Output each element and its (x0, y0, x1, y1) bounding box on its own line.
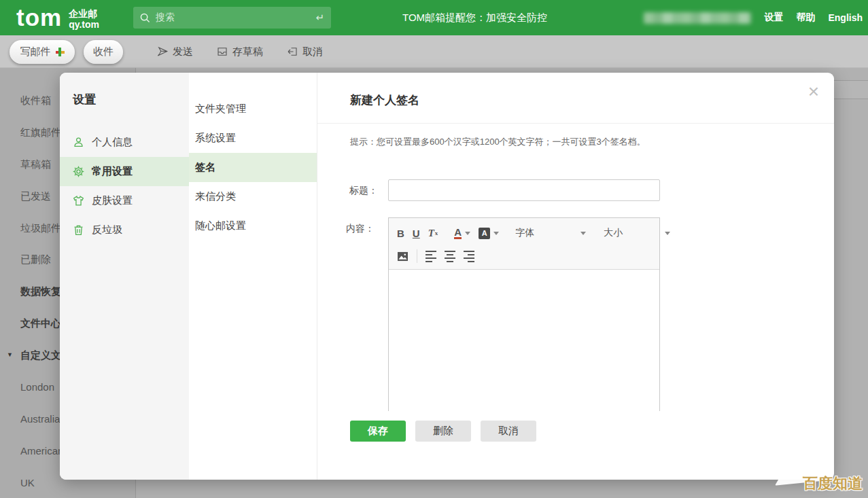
user-icon (73, 137, 84, 148)
settings-panel-title: 设置 (73, 92, 189, 107)
app-screen: tom 企业邮 qy.tom 搜索 ↵ TOM邮箱提醒您：加强安全防控 设置 帮… (0, 0, 868, 498)
submenu-item-folder-management[interactable]: 文件夹管理 (189, 94, 317, 124)
caret-down-icon (665, 232, 670, 235)
underline-button[interactable]: U (413, 228, 420, 239)
font-family-select[interactable]: 字体 (515, 227, 586, 239)
settings-submenu-panel: 文件夹管理 系统设置 签名 来信分类 随心邮设置 (189, 73, 317, 480)
logo-text: tom (16, 3, 62, 33)
search-icon (140, 13, 150, 23)
highlight-color-button[interactable]: A (479, 228, 499, 239)
content-field-label: 内容： (334, 223, 375, 235)
header-divider (317, 123, 834, 124)
align-center-button[interactable] (445, 251, 455, 262)
save-draft-button[interactable]: 存草稿 (216, 46, 263, 58)
search-placeholder: 搜索 (156, 12, 315, 24)
font-size-select[interactable]: 大小 (604, 227, 670, 239)
settings-modal: 设置 个人信息 (60, 73, 834, 480)
receive-button[interactable]: 收件 (84, 40, 123, 64)
caret-down-icon (465, 232, 470, 235)
image-icon (397, 251, 409, 262)
dialog-title: 新建个人签名 (350, 92, 419, 108)
settings-nav-panel: 设置 个人信息 (60, 73, 189, 480)
save-draft-label: 存草稿 (232, 46, 263, 58)
close-icon[interactable]: × (808, 82, 819, 101)
align-left-button[interactable] (426, 251, 436, 262)
language-link[interactable]: English (828, 12, 863, 23)
signature-title-input[interactable] (388, 179, 660, 201)
brand-logo[interactable]: tom 企业邮 qy.tom (16, 3, 99, 33)
signature-dialog: 新建个人签名 × 提示：您可设置最多600个汉字或1200个英文字符；一共可设置… (317, 73, 834, 480)
compose-label: 写邮件 (20, 46, 51, 58)
sidebar-item-data-recovery[interactable]: 数据恢复 (20, 285, 61, 298)
mail-toolbar: 写邮件 收件 发送 存草稿 (0, 35, 868, 68)
sidebar-item-drafts[interactable]: 草稿箱 (20, 158, 51, 171)
save-button[interactable]: 保存 (350, 421, 406, 442)
caret-down-icon (493, 232, 499, 235)
caret-down-icon (580, 232, 586, 235)
insert-image-button[interactable] (397, 251, 409, 262)
font-color-button[interactable]: A (454, 227, 470, 239)
sidebar-item-flagged[interactable]: 红旗邮件 (20, 126, 61, 139)
sidebar-item-sent[interactable]: 已发送 (20, 190, 51, 203)
toolbar-actions: 发送 存草稿 取消 (156, 35, 323, 68)
menu-item-skin-settings[interactable]: 皮肤设置 (60, 186, 189, 215)
editor-toolbar: B U Tx A A 字体 大小 (389, 218, 659, 270)
align-right-button[interactable] (464, 251, 474, 262)
chevron-down-icon: ▼ (7, 351, 13, 358)
paper-plane-icon (156, 46, 169, 58)
title-field-label: 标题： (337, 185, 378, 197)
delete-button[interactable]: 删除 (415, 421, 471, 442)
sidebar-item-uk[interactable]: UK (20, 477, 35, 488)
menu-item-label: 常用设置 (92, 165, 133, 178)
tshirt-icon (73, 195, 84, 207)
sidebar-item-american[interactable]: American (20, 445, 63, 457)
signature-content-area[interactable] (389, 270, 659, 411)
cancel-button[interactable]: 取消 (286, 46, 323, 58)
trash-icon (73, 224, 84, 236)
brand-line-2: qy.tom (69, 19, 99, 30)
menu-item-label: 皮肤设置 (92, 194, 133, 207)
dialog-buttons: 保存 删除 取消 (350, 421, 536, 442)
submenu-item-incoming-classification[interactable]: 来信分类 (189, 182, 317, 211)
brand-caption: 企业邮 qy.tom (69, 8, 99, 30)
receive-label: 收件 (93, 46, 114, 58)
cancel-label: 取消 (302, 46, 323, 58)
top-right-area: 设置 帮助 English (644, 0, 863, 35)
plus-icon (56, 48, 65, 56)
sidebar-item-inbox[interactable]: 收件箱 (20, 94, 51, 107)
submenu-item-system-settings[interactable]: 系统设置 (189, 124, 317, 153)
sidebar-item-file-center[interactable]: 文件中心 (20, 317, 61, 330)
sidebar-item-australia[interactable]: Australia (20, 413, 60, 425)
bold-button[interactable]: B (397, 228, 404, 239)
compose-button[interactable]: 写邮件 (10, 40, 75, 64)
clear-format-button[interactable]: Tx (428, 228, 438, 239)
account-email-blurred[interactable] (644, 12, 751, 24)
menu-item-label: 个人信息 (92, 136, 133, 149)
baidu-zhidao-watermark: 百度知道 (803, 474, 863, 494)
help-link[interactable]: 帮助 (796, 12, 815, 24)
settings-link[interactable]: 设置 (764, 12, 783, 24)
send-button[interactable]: 发送 (156, 46, 193, 58)
submenu-item-suixin-mail-settings[interactable]: 随心邮设置 (189, 211, 317, 241)
signature-tip-text: 提示：您可设置最多600个汉字或1200个英文字符；一共可设置3个签名档。 (350, 136, 646, 148)
top-bar: tom 企业邮 qy.tom 搜索 ↵ TOM邮箱提醒您：加强安全防控 设置 帮… (0, 0, 868, 35)
enter-icon: ↵ (315, 12, 324, 24)
menu-item-personal-info[interactable]: 个人信息 (60, 128, 189, 157)
settings-menu: 个人信息 常用设置 (60, 128, 189, 245)
brand-line-1: 企业邮 (69, 8, 99, 19)
cancel-dialog-button[interactable]: 取消 (481, 421, 536, 442)
menu-item-anti-spam[interactable]: 反垃圾 (60, 215, 189, 245)
toolbar-separator (417, 249, 417, 263)
sidebar-item-spam[interactable]: 垃圾邮件 (20, 222, 61, 235)
search-input[interactable]: 搜索 ↵ (133, 7, 331, 29)
menu-item-label: 反垃圾 (92, 224, 122, 236)
gear-icon (73, 166, 84, 177)
rich-text-editor: B U Tx A A 字体 大小 (388, 217, 660, 411)
back-arrow-icon (286, 46, 298, 58)
drafts-box-icon (216, 46, 228, 58)
send-label: 发送 (173, 46, 193, 58)
sidebar-item-london[interactable]: London (20, 381, 54, 393)
sidebar-item-deleted[interactable]: 已删除 (20, 253, 51, 266)
menu-item-common-settings[interactable]: 常用设置 (60, 157, 189, 186)
submenu-item-signature[interactable]: 签名 (189, 153, 317, 182)
